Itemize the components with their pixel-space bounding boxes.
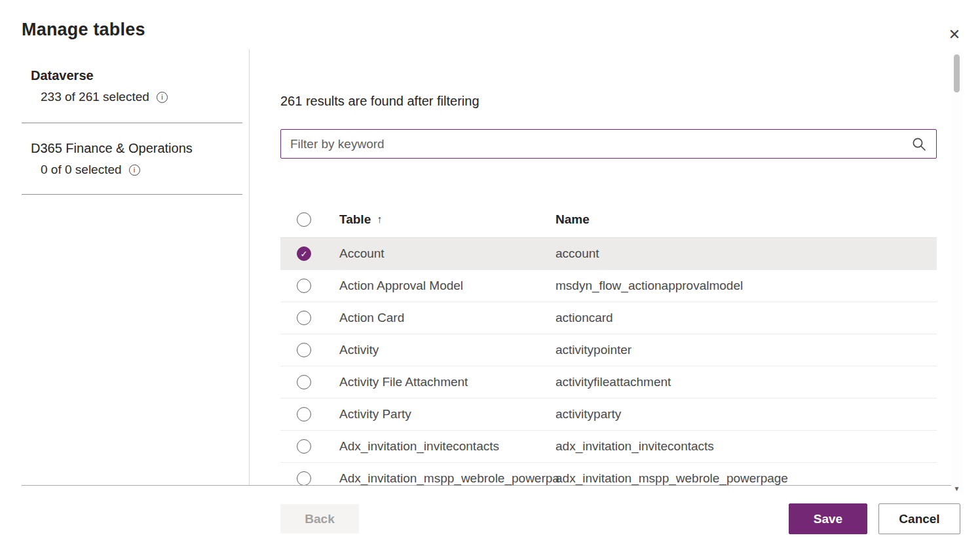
column-header-name[interactable]: Name <box>556 212 590 227</box>
row-radio[interactable]: ✓ <box>297 343 311 357</box>
back-button[interactable]: Back <box>280 504 359 534</box>
scroll-down-arrow-icon[interactable]: ▼ <box>951 484 962 494</box>
cell-display-name: Action Card <box>339 311 404 325</box>
footer-divider <box>22 485 960 486</box>
table-row[interactable]: ✓ Action Approval Model msdyn_flow_actio… <box>280 270 937 302</box>
cell-logical-name: activityfileattachment <box>556 375 671 389</box>
manage-tables-dialog: Manage tables ✕ Dataverse 233 of 261 sel… <box>0 0 980 548</box>
cell-display-name: Activity Party <box>339 407 411 421</box>
page-title: Manage tables <box>22 20 145 40</box>
row-radio[interactable]: ✓ <box>297 279 311 293</box>
table-body: ✓ Account account ✓ Action Approval Mode… <box>280 238 937 485</box>
source-name: Dataverse <box>31 68 242 83</box>
sidebar-item-dataverse[interactable]: Dataverse 233 of 261 selected i <box>22 60 242 123</box>
cell-logical-name: activitypointer <box>556 343 631 357</box>
table-row[interactable]: ✓ Adx_invitation_mspp_webrole_powerpa ad… <box>280 463 937 485</box>
table-row[interactable]: ✓ Account account <box>280 238 937 270</box>
cell-logical-name: actioncard <box>556 311 613 325</box>
cell-logical-name: activityparty <box>556 407 621 421</box>
filter-input[interactable] <box>281 130 936 158</box>
table-row[interactable]: ✓ Activity activitypointer <box>280 334 937 366</box>
info-icon[interactable]: i <box>129 165 140 176</box>
cell-logical-name: adx_invitation_invitecontacts <box>556 439 714 454</box>
sidebar-divider <box>249 49 250 485</box>
results-count-text: 261 results are found after filtering <box>280 94 480 109</box>
cancel-button[interactable]: Cancel <box>878 503 960 534</box>
sidebar-item-d365-finance-operations[interactable]: D365 Finance & Operations 0 of 0 selecte… <box>22 133 242 195</box>
cell-display-name: Activity File Attachment <box>339 375 468 389</box>
source-selection-count: 233 of 261 selected <box>41 90 149 104</box>
row-radio[interactable]: ✓ <box>297 375 311 389</box>
row-radio[interactable]: ✓ <box>297 311 311 325</box>
cell-logical-name: account <box>556 246 599 261</box>
table-row[interactable]: ✓ Adx_invitation_invitecontacts adx_invi… <box>280 431 937 463</box>
table-header: Table ↑ Name <box>280 201 937 238</box>
table-row[interactable]: ✓ Activity File Attachment activityfilea… <box>280 366 937 399</box>
cell-display-name: Action Approval Model <box>339 279 463 293</box>
row-radio[interactable]: ✓ <box>297 407 311 421</box>
cell-logical-name: msdyn_flow_actionapprovalmodel <box>556 279 743 293</box>
row-radio[interactable]: ✓ <box>297 439 311 454</box>
row-radio[interactable]: ✓ <box>297 246 311 261</box>
cell-display-name: Adx_invitation_mspp_webrole_powerpa <box>339 471 559 485</box>
vertical-scrollbar[interactable]: ▼ <box>951 51 962 494</box>
sort-ascending-icon: ↑ <box>377 214 382 225</box>
filter-searchbox <box>280 129 937 159</box>
cell-display-name: Adx_invitation_invitecontacts <box>339 439 499 454</box>
column-header-table[interactable]: Table ↑ <box>339 212 382 227</box>
info-icon[interactable]: i <box>157 92 168 103</box>
save-button[interactable]: Save <box>789 503 867 534</box>
close-button[interactable]: ✕ <box>943 24 966 46</box>
checkmark-icon: ✓ <box>301 250 308 258</box>
source-selection-count: 0 of 0 selected <box>41 163 122 177</box>
row-radio[interactable]: ✓ <box>297 471 311 485</box>
source-name: D365 Finance & Operations <box>31 141 242 156</box>
scrollbar-thumb[interactable] <box>954 54 960 92</box>
table-row[interactable]: ✓ Action Card actioncard <box>280 302 937 334</box>
cell-display-name: Activity <box>339 343 379 357</box>
close-icon: ✕ <box>949 26 960 43</box>
table-row[interactable]: ✓ Activity Party activityparty <box>280 399 937 431</box>
cell-display-name: Account <box>339 246 385 261</box>
cell-logical-name: adx_invitation_mspp_webrole_powerpage <box>556 471 788 485</box>
select-all-radio[interactable] <box>297 212 311 227</box>
